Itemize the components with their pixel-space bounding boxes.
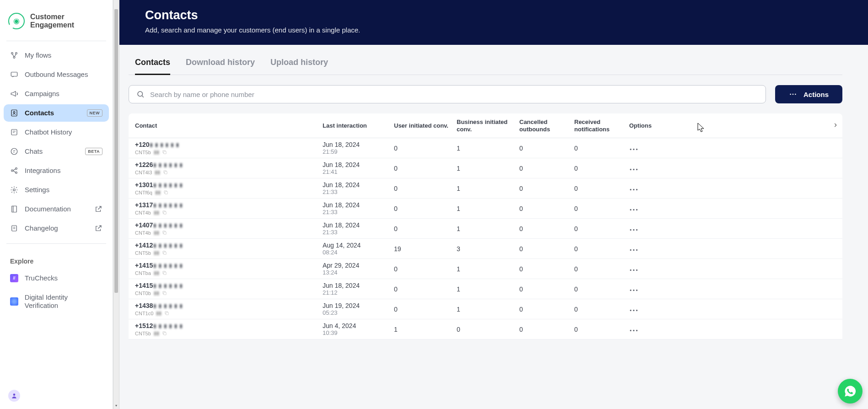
nav-label: My flows <box>25 51 51 59</box>
tab-download-history[interactable]: Download history <box>186 55 255 75</box>
row-options-button[interactable] <box>629 225 675 232</box>
identity-icon <box>10 297 18 306</box>
sidebar: Customer Engagement My flows Outbound Me… <box>0 0 113 409</box>
ellipsis-icon <box>629 209 638 211</box>
table-row[interactable]: +1412▮▮▮▮▮▮ CNT5b▮▮ Aug 14, 2024 08:24 1… <box>129 239 842 259</box>
copy-icon[interactable] <box>163 170 168 175</box>
svg-point-46 <box>636 269 637 270</box>
table-body: +120▮▮▮▮▮▮ CNT5b▮▮ Jun 18, 2024 21:59 0 … <box>129 138 842 339</box>
table-row[interactable]: +1301▮▮▮▮▮▮ CNTf6q▮▮ Jun 18, 2024 21:33 … <box>129 178 842 199</box>
copy-icon[interactable] <box>164 311 169 316</box>
svg-point-45 <box>633 269 634 270</box>
svg-point-30 <box>636 188 637 190</box>
row-options-button[interactable] <box>629 245 675 253</box>
nav-changelog[interactable]: Changelog <box>4 220 109 237</box>
table-row[interactable]: +1415▮▮▮▮▮▮ CNT0b▮▮ Jun 18, 2024 21:12 0… <box>129 279 842 299</box>
tab-upload-history[interactable]: Upload history <box>270 55 328 75</box>
user-avatar[interactable] <box>8 390 20 402</box>
copy-icon[interactable] <box>162 230 167 235</box>
copy-icon[interactable] <box>162 291 167 296</box>
row-options-button[interactable] <box>629 265 675 273</box>
row-options-button[interactable] <box>629 285 675 293</box>
nav-chats[interactable]: Chats BETA <box>4 143 109 160</box>
table-row[interactable]: +1226▮▮▮▮▮▮ CNT4l3▮▮ Jun 18, 2024 21:41 … <box>129 158 842 178</box>
nav-label: Contacts <box>25 109 54 117</box>
explore-digital-identity[interactable]: Digital Identity Verification <box>4 289 109 314</box>
brand-text: Customer Engagement <box>30 13 74 30</box>
svg-point-32 <box>630 209 631 210</box>
table-row[interactable]: +1415▮▮▮▮▮▮ CNTba▮▮ Apr 29, 2024 13:24 0… <box>129 259 842 279</box>
explore-truchecks[interactable]: TruChecks <box>4 269 109 287</box>
last-interaction-cell: Jun 18, 2024 21:33 <box>323 221 394 236</box>
whatsapp-fab[interactable] <box>838 379 863 404</box>
contacts-icon <box>10 109 18 117</box>
svg-point-34 <box>636 209 637 210</box>
explore-heading: Explore <box>0 249 113 269</box>
expand-column-chevron-icon[interactable] <box>832 122 839 129</box>
tab-contacts[interactable]: Contacts <box>135 55 170 75</box>
col-business-initiated: Business initiated conv. <box>457 118 519 133</box>
copy-icon[interactable] <box>162 270 167 275</box>
sidebar-scrollbar[interactable]: ▾ <box>113 0 119 409</box>
nav-chatbot-history[interactable]: Chatbot History <box>4 124 109 141</box>
svg-point-11 <box>13 189 16 191</box>
received-notifications-cell: 0 <box>574 225 629 232</box>
svg-rect-27 <box>165 192 168 194</box>
svg-point-17 <box>793 94 794 95</box>
last-interaction-cell: Aug 14, 2024 08:24 <box>323 242 394 256</box>
nav-my-flows[interactable]: My flows <box>4 47 109 64</box>
table-row[interactable]: +1438▮▮▮▮▮▮ CNT1c0▮▮ Jun 19, 2024 05:23 … <box>129 299 842 319</box>
copy-icon[interactable] <box>162 250 167 255</box>
table-row[interactable]: +1512▮▮▮▮▮▮ CNT5b▮▮ Jun 4, 2024 10:39 1 … <box>129 319 842 339</box>
table-row[interactable]: +1407▮▮▮▮▮▮ CNT4b▮▮ Jun 18, 2024 21:33 0… <box>129 219 842 239</box>
last-interaction-cell: Jun 18, 2024 21:41 <box>323 161 394 175</box>
cancelled-outbounds-cell: 0 <box>519 165 574 172</box>
business-initiated-cell: 3 <box>457 245 519 253</box>
nav-contacts[interactable]: Contacts NEW <box>4 104 109 122</box>
flows-icon <box>10 51 18 59</box>
search-input[interactable] <box>150 91 758 98</box>
row-options-button[interactable] <box>629 306 675 313</box>
contact-phone: +1226▮▮▮▮▮▮ <box>135 161 323 168</box>
svg-rect-6 <box>11 129 17 135</box>
svg-point-26 <box>636 168 637 170</box>
row-options-button[interactable] <box>629 145 675 152</box>
svg-point-24 <box>630 168 631 170</box>
chat-icon <box>10 147 18 156</box>
search-box[interactable] <box>129 85 766 103</box>
scroll-down-arrow-icon[interactable]: ▾ <box>113 403 119 409</box>
nav-documentation[interactable]: Documentation <box>4 200 109 218</box>
col-received-notifications: Received notifications <box>574 118 629 133</box>
nav-campaigns[interactable]: Campaigns <box>4 85 109 102</box>
copy-icon[interactable] <box>162 150 167 155</box>
nav-outbound-messages[interactable]: Outbound Messages <box>4 66 109 83</box>
external-link-icon <box>94 205 102 213</box>
contact-cell: +1226▮▮▮▮▮▮ CNT4l3▮▮ <box>135 161 323 175</box>
scrollbar-thumb[interactable] <box>114 9 118 293</box>
copy-icon[interactable] <box>163 190 168 195</box>
nav-settings[interactable]: Settings <box>4 181 109 199</box>
cancelled-outbounds-cell: 0 <box>519 245 574 253</box>
contact-code: CNT5b▮▮ <box>135 330 323 336</box>
table-row[interactable]: +1317▮▮▮▮▮▮ CNT4b▮▮ Jun 18, 2024 21:33 0… <box>129 199 842 219</box>
table-row[interactable]: +120▮▮▮▮▮▮ CNT5b▮▮ Jun 18, 2024 21:59 0 … <box>129 138 842 158</box>
actions-button[interactable]: Actions <box>775 85 842 103</box>
tab-bar: Contacts Download history Upload history <box>129 55 842 75</box>
row-options-button[interactable] <box>629 165 675 172</box>
last-interaction-cell: Jun 18, 2024 21:59 <box>323 141 394 155</box>
row-options-button[interactable] <box>629 185 675 192</box>
contact-phone: +1317▮▮▮▮▮▮ <box>135 201 323 209</box>
truchecks-icon <box>10 274 18 282</box>
nav-integrations[interactable]: Integrations <box>4 162 109 179</box>
user-initiated-cell: 1 <box>394 326 457 333</box>
row-options-button[interactable] <box>629 205 675 212</box>
cancelled-outbounds-cell: 0 <box>519 265 574 273</box>
copy-icon[interactable] <box>162 210 167 215</box>
actions-label: Actions <box>803 91 829 98</box>
copy-icon[interactable] <box>162 331 167 336</box>
row-options-button[interactable] <box>629 326 675 333</box>
svg-point-49 <box>633 289 634 291</box>
gear-icon <box>10 186 18 194</box>
nav-label: Chats <box>25 147 43 155</box>
svg-point-37 <box>633 229 634 230</box>
